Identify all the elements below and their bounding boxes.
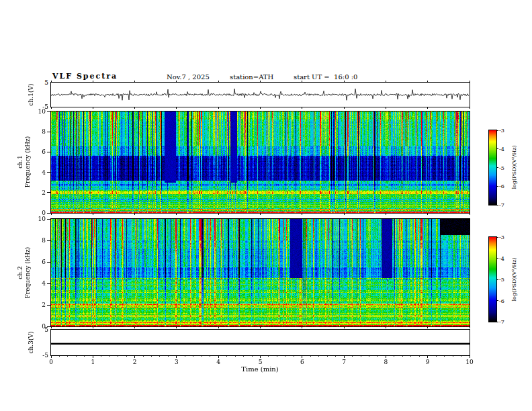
time-minor-tick [335,355,336,357]
time-minor-tick [143,355,144,357]
time-tick [386,81,386,83]
time-tick [427,81,428,83]
ch1-waveform-canvas [51,83,470,107]
colorbar-ch1-canvas [489,130,496,205]
time-minor-tick [151,355,152,357]
freq-tick [47,240,50,241]
freq-tick [47,283,50,284]
ch3-ymax-label: 5 [38,326,48,333]
time-tick [344,81,345,83]
time-tick [134,81,135,83]
colorbar-ch1-label: log(PSD)(V²/Hz) [511,145,517,189]
time-tick [470,81,470,83]
plot-title: VLF Spectra [52,72,118,81]
ch1-spectrogram-panel: 0246810 [50,111,470,214]
time-axis-label: Time (min) [241,365,278,373]
cbar-tick-label: -7 [499,319,510,326]
cbar-tick [496,130,498,131]
vlf-spectra-figure: VLF Spectra Nov.7 , 2025 station=ATH sta… [0,0,532,411]
time-tick [427,326,428,328]
time-tick [260,107,261,109]
cbar-tick [496,237,498,238]
time-tick [176,81,177,83]
time-tick-label: 4 [213,359,224,365]
ch3-waveform-canvas [51,330,470,355]
time-minor-tick [252,355,253,357]
time-minor-tick [226,355,227,357]
time-major-tick [344,355,345,358]
ch1-waveform-panel: 5 -5 [50,82,470,107]
time-tick-label: 6 [297,359,308,365]
time-minor-tick [327,355,328,357]
time-tick [302,81,302,83]
ch2-spectrogram-panel: 0246810 [50,218,470,327]
ch3-voltage-axis-label: ch.3(V) [28,332,34,354]
time-tick [176,213,177,215]
time-tick [260,326,261,328]
time-tick [260,213,261,215]
time-tick-label: 0 [46,359,56,365]
time-minor-tick [436,355,437,357]
time-minor-tick [101,355,101,357]
time-minor-tick [84,355,85,357]
time-minor-tick [461,355,461,357]
ch2-spectrogram-canvas [51,219,470,326]
time-tick [470,107,470,109]
time-minor-tick [285,355,285,357]
time-minor-tick [193,355,193,357]
time-tick-label: 5 [255,359,266,365]
time-major-tick [386,355,386,358]
time-minor-tick [126,355,127,357]
time-major-tick [51,355,52,358]
time-tick-label: 8 [380,359,391,365]
time-minor-tick [402,355,403,357]
time-tick [470,326,470,328]
time-tick [302,107,302,109]
cbar-tick-label: -6 [499,298,510,305]
time-minor-tick [59,355,60,357]
time-tick [386,326,386,328]
cbar-tick-label: -5 [499,277,510,283]
time-tick [134,213,135,215]
time-major-tick [93,355,93,358]
cbar-tick-label: -6 [499,183,510,190]
time-tick [93,326,93,328]
time-minor-tick [444,355,445,357]
cbar-tick [496,279,498,280]
ch1-voltage-axis-label: ch.1(V) [28,84,34,106]
freq-tick-label: 2 [36,189,46,196]
time-tick [218,81,219,83]
time-tick-label: 3 [171,359,182,365]
time-minor-tick [243,355,244,357]
time-major-tick [302,355,302,358]
ch3-ymin-label: -5 [38,352,48,359]
time-tick [134,326,135,328]
colorbar-ch2-canvas [489,237,496,322]
time-tick [344,326,345,328]
time-tick [302,326,302,328]
time-minor-tick [318,355,319,357]
freq-tick [47,213,50,214]
freq-tick-label: 4 [36,280,46,287]
freq-tick-label: 6 [36,259,46,265]
time-minor-tick [453,355,453,357]
freq-tick-label: 10 [36,108,46,115]
time-tick [470,213,470,215]
time-tick [302,213,302,215]
time-major-tick [427,355,428,358]
time-tick [218,326,219,328]
time-tick [218,107,219,109]
time-minor-tick [377,355,378,357]
time-tick [51,213,52,215]
time-tick [176,107,177,109]
time-tick [386,213,386,215]
freq-tick [47,305,50,306]
time-tick-label: 9 [423,359,433,365]
time-tick [344,107,345,109]
time-tick [344,213,345,215]
time-major-tick [176,355,177,358]
time-minor-tick [185,355,185,357]
ch3-waveform-panel: 5 -5 012345678910 [50,329,470,356]
cbar-tick-label: -4 [499,256,510,263]
cbar-tick [496,186,498,187]
